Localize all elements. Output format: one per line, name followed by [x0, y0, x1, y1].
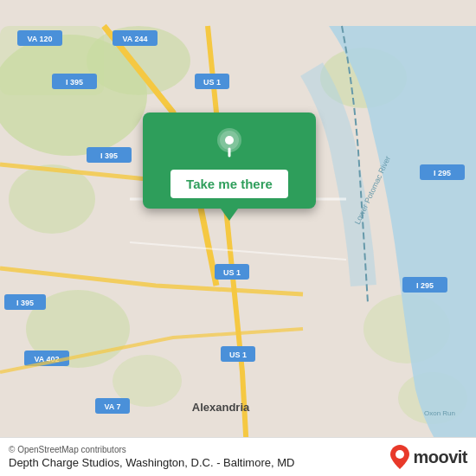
map-background: I 395 I 395 I 395 VA 120 VA 244 US 1 US … — [0, 0, 476, 476]
svg-text:US 1: US 1 — [223, 268, 241, 277]
moovit-text: moovit — [413, 447, 467, 467]
svg-text:I 395: I 395 — [100, 151, 118, 160]
svg-text:US 1: US 1 — [203, 78, 221, 87]
osm-attribution: © OpenStreetMap contributors — [9, 445, 294, 454]
map-container: I 395 I 395 I 395 VA 120 VA 244 US 1 US … — [0, 0, 476, 476]
svg-text:VA 120: VA 120 — [27, 35, 52, 43]
svg-text:Alexandria: Alexandria — [192, 401, 250, 414]
svg-point-42 — [396, 450, 404, 459]
svg-text:VA 7: VA 7 — [104, 402, 120, 411]
location-name: Depth Charge Studios, Washington, D.C. -… — [9, 456, 294, 469]
location-pin-icon — [210, 125, 248, 163]
take-me-there-button[interactable]: Take me there — [170, 170, 288, 198]
bottom-left-content: © OpenStreetMap contributors Depth Charg… — [9, 445, 294, 469]
svg-text:Oxon Run: Oxon Run — [424, 409, 455, 417]
bottom-bar: © OpenStreetMap contributors Depth Charg… — [0, 437, 476, 476]
svg-text:I 395: I 395 — [66, 78, 83, 87]
moovit-logo: moovit — [390, 445, 467, 469]
moovit-pin-icon — [390, 445, 409, 469]
svg-text:I 395: I 395 — [16, 299, 34, 307]
svg-point-41 — [225, 136, 234, 145]
svg-text:I 295: I 295 — [434, 169, 451, 177]
svg-text:US 1: US 1 — [229, 351, 247, 359]
svg-text:I 295: I 295 — [416, 281, 434, 290]
svg-text:VA 244: VA 244 — [122, 35, 147, 43]
popup-card: Take me there — [143, 113, 316, 209]
